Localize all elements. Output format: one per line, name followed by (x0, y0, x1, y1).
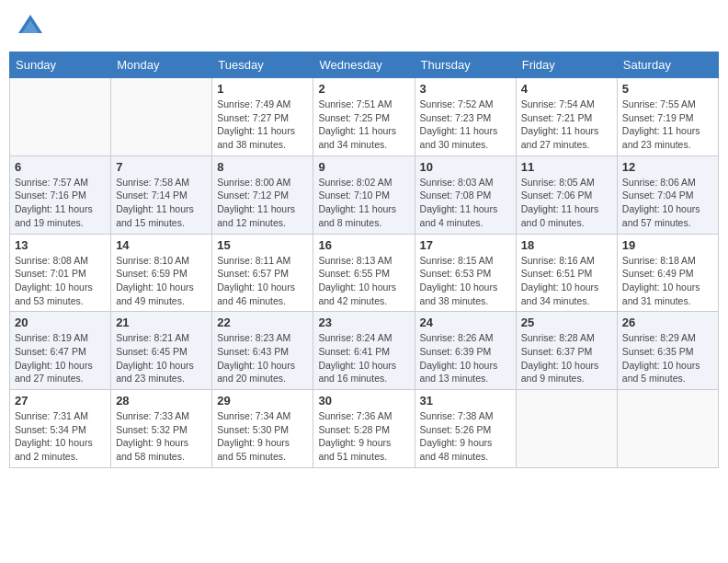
day-number: 5 (622, 82, 713, 96)
calendar-cell: 28Sunrise: 7:33 AM Sunset: 5:32 PM Dayli… (111, 390, 212, 468)
day-number: 1 (217, 82, 308, 96)
day-content: Sunrise: 8:08 AM Sunset: 7:01 PM Dayligh… (15, 254, 106, 308)
day-content: Sunrise: 8:06 AM Sunset: 7:04 PM Dayligh… (622, 176, 713, 230)
calendar-cell: 6Sunrise: 7:57 AM Sunset: 7:16 PM Daylig… (10, 155, 111, 234)
day-number: 28 (116, 394, 207, 408)
day-number: 27 (15, 394, 106, 408)
calendar-cell: 27Sunrise: 7:31 AM Sunset: 5:34 PM Dayli… (10, 390, 111, 468)
day-number: 26 (622, 316, 713, 329)
calendar-cell: 20Sunrise: 8:19 AM Sunset: 6:47 PM Dayli… (10, 312, 111, 390)
day-content: Sunrise: 7:36 AM Sunset: 5:28 PM Dayligh… (318, 409, 409, 464)
day-content: Sunrise: 8:21 AM Sunset: 6:45 PM Dayligh… (116, 331, 207, 385)
calendar-cell: 5Sunrise: 7:55 AM Sunset: 7:19 PM Daylig… (617, 78, 718, 156)
day-number: 11 (521, 160, 612, 174)
calendar-week-row: 13Sunrise: 8:08 AM Sunset: 7:01 PM Dayli… (10, 234, 719, 312)
day-content: Sunrise: 8:18 AM Sunset: 6:49 PM Dayligh… (622, 254, 713, 308)
calendar-week-row: 6Sunrise: 7:57 AM Sunset: 7:16 PM Daylig… (10, 155, 719, 234)
day-number: 17 (420, 238, 511, 252)
day-number: 24 (420, 316, 511, 329)
day-content: Sunrise: 7:31 AM Sunset: 5:34 PM Dayligh… (15, 409, 106, 464)
day-number: 10 (420, 160, 511, 174)
day-content: Sunrise: 7:38 AM Sunset: 5:26 PM Dayligh… (420, 409, 511, 464)
day-content: Sunrise: 8:03 AM Sunset: 7:08 PM Dayligh… (420, 176, 511, 230)
day-number: 16 (318, 238, 409, 252)
day-number: 20 (15, 316, 106, 329)
column-header-tuesday: Tuesday (212, 52, 313, 78)
day-content: Sunrise: 8:15 AM Sunset: 6:53 PM Dayligh… (420, 254, 511, 308)
calendar-cell: 2Sunrise: 7:51 AM Sunset: 7:25 PM Daylig… (313, 78, 415, 156)
column-header-thursday: Thursday (415, 52, 516, 78)
day-content: Sunrise: 7:52 AM Sunset: 7:23 PM Dayligh… (420, 98, 511, 152)
calendar-header-row: SundayMondayTuesdayWednesdayThursdayFrid… (10, 52, 719, 78)
day-number: 9 (318, 160, 409, 174)
day-number: 21 (116, 316, 207, 329)
day-number: 23 (318, 316, 409, 329)
calendar-table: SundayMondayTuesdayWednesdayThursdayFrid… (9, 52, 719, 468)
calendar-cell: 19Sunrise: 8:18 AM Sunset: 6:49 PM Dayli… (617, 234, 718, 312)
day-content: Sunrise: 7:51 AM Sunset: 7:25 PM Dayligh… (318, 98, 409, 152)
day-number: 29 (217, 394, 308, 408)
calendar-cell: 29Sunrise: 7:34 AM Sunset: 5:30 PM Dayli… (212, 390, 313, 468)
calendar-week-row: 27Sunrise: 7:31 AM Sunset: 5:34 PM Dayli… (10, 390, 719, 468)
day-number: 2 (318, 82, 409, 96)
calendar-cell: 25Sunrise: 8:28 AM Sunset: 6:37 PM Dayli… (516, 312, 617, 390)
day-content: Sunrise: 8:02 AM Sunset: 7:10 PM Dayligh… (318, 176, 409, 230)
column-header-sunday: Sunday (10, 52, 111, 78)
calendar-cell: 21Sunrise: 8:21 AM Sunset: 6:45 PM Dayli… (111, 312, 212, 390)
day-number: 3 (420, 82, 511, 96)
calendar-cell: 4Sunrise: 7:54 AM Sunset: 7:21 PM Daylig… (516, 78, 617, 156)
day-number: 22 (217, 316, 308, 329)
calendar-week-row: 1Sunrise: 7:49 AM Sunset: 7:27 PM Daylig… (10, 78, 719, 156)
calendar-cell: 13Sunrise: 8:08 AM Sunset: 7:01 PM Dayli… (10, 234, 111, 312)
day-content: Sunrise: 7:55 AM Sunset: 7:19 PM Dayligh… (622, 98, 713, 152)
calendar-cell (617, 390, 718, 468)
day-number: 30 (318, 394, 409, 408)
day-content: Sunrise: 8:10 AM Sunset: 6:59 PM Dayligh… (116, 254, 207, 308)
day-content: Sunrise: 8:16 AM Sunset: 6:51 PM Dayligh… (521, 254, 612, 308)
day-number: 8 (217, 160, 308, 174)
day-number: 19 (622, 238, 713, 252)
calendar-cell: 16Sunrise: 8:13 AM Sunset: 6:55 PM Dayli… (313, 234, 415, 312)
page-header (9, 9, 719, 44)
calendar-cell (111, 78, 212, 156)
column-header-saturday: Saturday (617, 52, 718, 78)
day-number: 12 (622, 160, 713, 174)
logo-icon (17, 13, 44, 40)
day-content: Sunrise: 8:05 AM Sunset: 7:06 PM Dayligh… (521, 176, 612, 230)
calendar-cell: 11Sunrise: 8:05 AM Sunset: 7:06 PM Dayli… (516, 155, 617, 234)
calendar-week-row: 20Sunrise: 8:19 AM Sunset: 6:47 PM Dayli… (10, 312, 719, 390)
calendar-cell: 26Sunrise: 8:29 AM Sunset: 6:35 PM Dayli… (617, 312, 718, 390)
calendar-cell: 9Sunrise: 8:02 AM Sunset: 7:10 PM Daylig… (313, 155, 415, 234)
calendar-cell: 17Sunrise: 8:15 AM Sunset: 6:53 PM Dayli… (415, 234, 516, 312)
day-number: 4 (521, 82, 612, 96)
calendar-cell: 18Sunrise: 8:16 AM Sunset: 6:51 PM Dayli… (516, 234, 617, 312)
day-content: Sunrise: 8:23 AM Sunset: 6:43 PM Dayligh… (217, 331, 308, 385)
column-header-wednesday: Wednesday (313, 52, 415, 78)
calendar-cell: 30Sunrise: 7:36 AM Sunset: 5:28 PM Dayli… (313, 390, 415, 468)
calendar-cell: 1Sunrise: 7:49 AM Sunset: 7:27 PM Daylig… (212, 78, 313, 156)
day-content: Sunrise: 8:13 AM Sunset: 6:55 PM Dayligh… (318, 254, 409, 308)
calendar-cell: 3Sunrise: 7:52 AM Sunset: 7:23 PM Daylig… (415, 78, 516, 156)
day-content: Sunrise: 7:33 AM Sunset: 5:32 PM Dayligh… (116, 409, 207, 464)
calendar-cell: 8Sunrise: 8:00 AM Sunset: 7:12 PM Daylig… (212, 155, 313, 234)
day-content: Sunrise: 8:19 AM Sunset: 6:47 PM Dayligh… (15, 331, 106, 385)
column-header-monday: Monday (111, 52, 212, 78)
day-number: 25 (521, 316, 612, 329)
day-content: Sunrise: 7:54 AM Sunset: 7:21 PM Dayligh… (521, 98, 612, 152)
day-content: Sunrise: 8:29 AM Sunset: 6:35 PM Dayligh… (622, 331, 713, 385)
calendar-cell: 23Sunrise: 8:24 AM Sunset: 6:41 PM Dayli… (313, 312, 415, 390)
calendar-cell: 31Sunrise: 7:38 AM Sunset: 5:26 PM Dayli… (415, 390, 516, 468)
logo (17, 13, 48, 40)
day-number: 31 (420, 394, 511, 408)
day-content: Sunrise: 8:24 AM Sunset: 6:41 PM Dayligh… (318, 331, 409, 385)
day-content: Sunrise: 8:11 AM Sunset: 6:57 PM Dayligh… (217, 254, 308, 308)
calendar-cell: 12Sunrise: 8:06 AM Sunset: 7:04 PM Dayli… (617, 155, 718, 234)
calendar-cell: 7Sunrise: 7:58 AM Sunset: 7:14 PM Daylig… (111, 155, 212, 234)
day-number: 15 (217, 238, 308, 252)
day-content: Sunrise: 7:34 AM Sunset: 5:30 PM Dayligh… (217, 409, 308, 464)
day-number: 18 (521, 238, 612, 252)
column-header-friday: Friday (516, 52, 617, 78)
day-number: 7 (116, 160, 207, 174)
day-content: Sunrise: 7:49 AM Sunset: 7:27 PM Dayligh… (217, 98, 308, 152)
calendar-cell: 10Sunrise: 8:03 AM Sunset: 7:08 PM Dayli… (415, 155, 516, 234)
